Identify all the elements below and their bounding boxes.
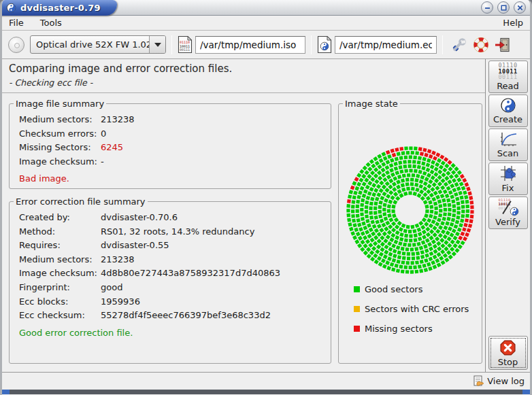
good-sectors-swatch (354, 286, 360, 292)
scan-curve-icon (499, 131, 518, 148)
summary-row: Medium sectors: 213238 (19, 113, 331, 127)
verify-compare-icon: 01110 10011 00111 (497, 199, 519, 216)
image-file-summary-panel: Image file summary Medium sectors: 21323… (9, 99, 331, 189)
app-window: dvdisaster-0.79 File Tools Help Optical … (0, 0, 532, 395)
menu-file[interactable]: File (9, 18, 24, 28)
ecc-summary-title: Error correction file summary (14, 196, 148, 207)
crc-errors-swatch (354, 306, 360, 312)
summary-row: Image checksum: 4d8b80e727443a8758932317… (19, 267, 331, 281)
svg-text:00111: 00111 (180, 48, 190, 52)
preferences-button[interactable] (450, 35, 469, 54)
statusbar: View log (2, 372, 530, 390)
ecc-verdict: Good error correction file. (19, 328, 331, 338)
summary-row: Checksum errors: 0 (19, 127, 331, 141)
image-file-icon: 01110 10011 00111 (178, 35, 193, 54)
missing-sectors-swatch (354, 326, 360, 332)
ecc-file-summary-panel: Error correction file summary Created by… (9, 196, 331, 364)
stop-sign-icon (499, 339, 516, 356)
window-title: dvdisaster-0.79 (20, 3, 101, 13)
main-content: Comparing image and error correction fil… (2, 59, 486, 372)
toolbar-separator (311, 35, 312, 54)
fix-button[interactable]: Fix (488, 162, 528, 195)
image-state-title: Image state (343, 99, 400, 109)
optical-disc-icon (8, 37, 24, 53)
status-block: Comparing image and error correction fil… (2, 59, 485, 93)
toolbar-separator (442, 35, 443, 54)
summary-row: Ecc blocks: 1959936 (19, 295, 331, 309)
summary-row: Created by: dvdisaster-0.70.6 (19, 211, 331, 225)
binary-read-icon: 01110 10011 00111 (498, 63, 517, 80)
view-log-icon (473, 375, 484, 387)
legend-item: Missing sectors (354, 324, 469, 334)
help-button[interactable] (471, 35, 491, 54)
stop-button[interactable]: Stop (488, 336, 528, 370)
drive-selector[interactable]: Optical drive 52X FW 1.02 (30, 35, 166, 54)
legend-item: Good sectors (354, 284, 469, 294)
status-subline: - Checking ecc file - (9, 78, 478, 88)
create-button[interactable]: Create (488, 95, 528, 127)
chevron-down-icon (154, 43, 161, 47)
summary-row: Method: RS01, 32 roots, 14.3% redundancy (19, 225, 331, 239)
read-button[interactable]: 01110 10011 00111 Read (488, 61, 528, 93)
menubar: File Tools Help (2, 16, 530, 31)
ecc-file-icon (317, 35, 332, 54)
minimize-button[interactable] (481, 1, 493, 14)
quit-button[interactable] (493, 35, 512, 54)
summary-row: Ecc checksum: 55278df4f5eeec766397bef3e6… (19, 309, 331, 323)
summary-row: Image checksum: - (19, 155, 331, 169)
tools-icon (450, 37, 468, 53)
summary-row: Missing Sectors: 6245 (19, 141, 331, 155)
close-button[interactable] (514, 1, 526, 14)
puzzle-piece-icon (499, 165, 517, 182)
action-sidebar: 01110 10011 00111 Read Create (486, 59, 530, 372)
menu-tools[interactable]: Tools (40, 18, 62, 28)
ecc-file-input[interactable] (335, 36, 437, 54)
status-headline: Comparing image and error correction fil… (9, 63, 478, 75)
summary-row: Fingerprint: good (19, 281, 331, 295)
app-icon (6, 3, 16, 13)
exit-door-icon (495, 37, 511, 53)
window-bottom-edge (2, 390, 530, 394)
drive-selector-arrow[interactable] (149, 36, 165, 53)
toolbar: Optical drive 52X FW 1.02 01110 10011 00… (2, 31, 530, 59)
image-verdict: Bad image. (19, 173, 331, 184)
summary-row: Requires: dvdisaster-0.55 (19, 239, 331, 253)
view-log-button[interactable]: View log (487, 376, 525, 386)
image-state-panel: Image state Good sectors Sectors with CR… (338, 99, 482, 364)
summary-row: Medium sectors: 213238 (19, 253, 331, 267)
menu-help[interactable]: Help (503, 18, 523, 28)
scan-button[interactable]: Scan (488, 128, 528, 161)
toolbar-separator (171, 35, 172, 54)
titlebar-tab: dvdisaster-0.79 (0, 0, 117, 16)
verify-button[interactable]: 01110 10011 00111 Verify (488, 196, 528, 229)
image-summary-title: Image file summary (14, 99, 106, 109)
yin-yang-icon (500, 97, 516, 114)
disc-visualization (346, 145, 475, 275)
legend-item: Sectors with CRC errors (354, 304, 469, 314)
image-file-input[interactable] (195, 36, 305, 54)
titlebar: dvdisaster-0.79 (2, 0, 530, 16)
lifebuoy-icon (472, 37, 490, 53)
maximize-button[interactable] (497, 1, 510, 14)
disc-legend: Good sectors Sectors with CRC errors Mis… (354, 284, 469, 343)
drive-selector-value: Optical drive 52X FW 1.02 (31, 39, 149, 50)
disc-canvas (346, 145, 475, 275)
